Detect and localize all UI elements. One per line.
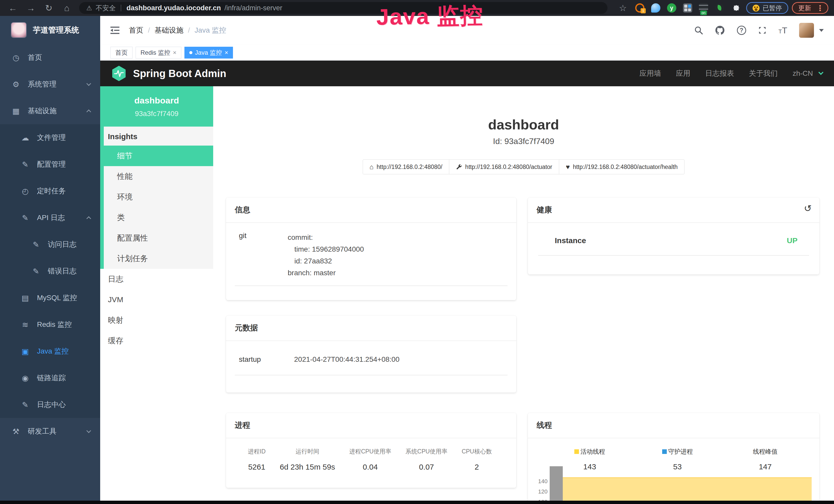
startup-label: startup — [239, 356, 294, 364]
sba-item-jvm[interactable]: JVM — [100, 289, 213, 310]
sidebar-item-file[interactable]: ☁ 文件管理 — [0, 124, 100, 151]
stat-label: 守护进程 — [668, 448, 693, 456]
extension-icon-switch[interactable]: on — [699, 3, 708, 13]
sba-app-id: 93a3fc7f7409 — [103, 110, 211, 118]
sidebar-item-java[interactable]: ▣ Java 监控 — [0, 338, 100, 365]
process-stat-cores: CPU核心数 2 — [462, 448, 492, 472]
sidebar-item-log-center[interactable]: ✎ 日志中心 — [0, 391, 100, 418]
sba-app-name: dashboard — [103, 95, 211, 106]
breadcrumb-separator: / — [188, 26, 190, 35]
sidebar-item-config[interactable]: ✎ 配置管理 — [0, 151, 100, 178]
sba-nav-wallboard[interactable]: 应用墙 — [640, 69, 661, 78]
extensions-puzzle-icon[interactable] — [731, 3, 741, 13]
caret-down-icon[interactable] — [819, 29, 824, 32]
sba-sidebar-bottom: 日志 JVM 映射 缓存 — [100, 269, 213, 351]
y-tick: 140 — [538, 478, 548, 485]
chart-y-axis: 140 120 100 — [538, 474, 563, 504]
sba-item-caches[interactable]: 缓存 — [100, 330, 213, 351]
text-size-icon[interactable]: TT — [778, 25, 787, 36]
sidebar-item-mysql[interactable]: ▤ MySQL 监控 — [0, 284, 100, 311]
extension-icon-grid[interactable] — [683, 3, 692, 13]
sidebar-item-access-log[interactable]: ✎ 访问日志 — [0, 231, 100, 258]
extension-icon-pin[interactable] — [651, 3, 660, 13]
service-url-button[interactable]: ⌂ http://192.168.0.2:48080/ — [363, 159, 449, 174]
reload-icon[interactable]: ↻ — [42, 3, 56, 13]
app-logo-row[interactable]: 芋道管理系统 — [0, 16, 100, 44]
avatar[interactable] — [799, 23, 814, 38]
help-icon[interactable]: ? — [737, 26, 746, 35]
sidebar-item-error-log[interactable]: ✎ 错误日志 — [0, 258, 100, 284]
health-url-button[interactable]: ♥ http://192.168.0.2:48080/actuator/heal… — [559, 159, 684, 174]
sidebar-item-label: 错误日志 — [48, 266, 76, 276]
sidebar-item-home[interactable]: ◷ 首页 — [0, 44, 100, 71]
close-icon[interactable]: × — [173, 49, 176, 56]
sidebar-item-trace[interactable]: ◉ 链路追踪 — [0, 365, 100, 391]
dashboard-icon: ◷ — [11, 53, 21, 62]
home-icon[interactable]: ⌂ — [60, 3, 74, 13]
database-icon: ▤ — [20, 294, 30, 302]
process-card: 进程 进程ID 5261 运行时间 6d 23h 15m 59s — [226, 413, 516, 488]
sidebar-item-redis[interactable]: ≋ Redis 监控 — [0, 311, 100, 338]
sba-locale-select[interactable]: zh-CN — [793, 69, 813, 77]
fullscreen-icon[interactable] — [758, 26, 767, 35]
app-title: 芋道管理系统 — [33, 25, 79, 36]
sidebar-item-system[interactable]: ⚙ 系统管理 — [0, 71, 100, 97]
actuator-url-button[interactable]: http://192.168.0.2:48080/actuator — [449, 159, 559, 174]
history-icon[interactable]: ↺ — [804, 203, 812, 214]
wrench-icon — [456, 164, 462, 170]
sba-item-scheduled-tasks[interactable]: 计划任务 — [104, 248, 213, 269]
sidebar-item-label: API 日志 — [37, 213, 65, 223]
sba-item-details[interactable]: 细节 — [100, 145, 213, 166]
close-icon[interactable]: × — [224, 49, 228, 56]
bookmark-star-icon[interactable]: ☆ — [616, 3, 630, 13]
sba-item-environment[interactable]: 环境 — [104, 187, 213, 207]
search-icon[interactable] — [694, 26, 703, 35]
extension-icon-leaf[interactable] — [715, 3, 724, 13]
back-icon[interactable]: ← — [6, 3, 20, 13]
instance-dashboard: dashboard Id: 93a3fc7f7409 ⌂ http://192.… — [213, 86, 834, 504]
log-edit-icon: ✎ — [31, 267, 41, 276]
tab-redis-monitor[interactable]: Redis 监控 × — [136, 47, 181, 59]
health-instance-row[interactable]: Instance UP — [538, 223, 809, 256]
stat-value: 0.04 — [349, 463, 391, 472]
extension-icon-green[interactable]: y — [667, 3, 676, 13]
extension-icon-orange[interactable]: 1 — [635, 3, 644, 13]
tab-home[interactable]: 首页 — [110, 47, 133, 59]
breadcrumb-home[interactable]: 首页 — [129, 25, 143, 35]
git-branch-line: branch: master — [288, 267, 364, 279]
kebab-menu-icon[interactable]: ⋮ — [816, 4, 824, 13]
sidebar-item-label: 基础设施 — [28, 106, 57, 116]
forward-icon[interactable]: → — [24, 3, 38, 13]
sidebar-fold-icon[interactable] — [110, 26, 120, 35]
sba-nav-applications[interactable]: 应用 — [676, 69, 690, 78]
sba-brand-title[interactable]: Spring Boot Admin — [133, 68, 226, 79]
sba-item-classes[interactable]: 类 — [104, 207, 213, 228]
sidebar-item-job[interactable]: ◴ 定时任务 — [0, 178, 100, 204]
update-button[interactable]: 更新 ⋮ — [792, 2, 828, 14]
insights-label: Insights — [104, 127, 213, 145]
github-icon[interactable] — [715, 25, 725, 36]
process-stat-syscpu: 系统CPU使用率 0.07 — [405, 448, 448, 472]
breadcrumb-infra[interactable]: 基础设施 — [155, 25, 183, 35]
url-bar[interactable]: ⚠ 不安全 dashboard.yudao.iocoder.cn /infra/… — [79, 2, 608, 14]
sba-item-mappings[interactable]: 映射 — [100, 310, 213, 330]
paused-pill[interactable]: 已暂停 — [746, 2, 788, 14]
sidebar-item-api-log[interactable]: ✎ API 日志 — [0, 204, 100, 231]
tab-java-monitor[interactable]: Java 监控 × — [184, 47, 233, 59]
sba-nav-journal[interactable]: 日志报表 — [705, 69, 734, 78]
sba-item-configprops[interactable]: 配置属性 — [104, 228, 213, 248]
sidebar-item-devtools[interactable]: ⚒ 研发工具 — [0, 418, 100, 445]
startup-value: 2021-04-27T00:44:31.254+08:00 — [294, 356, 399, 364]
sba-item-metrics[interactable]: 性能 — [104, 166, 213, 187]
sba-item-logs[interactable]: 日志 — [100, 269, 213, 289]
threads-card: 线程 活动线程 143 — [528, 413, 819, 504]
live-threads-area-series — [563, 477, 812, 504]
cloud-upload-icon: ☁ — [20, 133, 30, 142]
sba-nav-about[interactable]: 关于我们 — [749, 69, 778, 78]
update-label: 更新 — [798, 4, 811, 12]
sba-app-header[interactable]: dashboard 93a3fc7f7409 — [100, 86, 213, 127]
sidebar-item-label: 系统管理 — [28, 79, 57, 89]
sidebar-item-infra[interactable]: ▦ 基础设施 — [0, 97, 100, 124]
gear-icon: ⚙ — [11, 80, 21, 89]
stat-value: 5261 — [248, 463, 266, 472]
